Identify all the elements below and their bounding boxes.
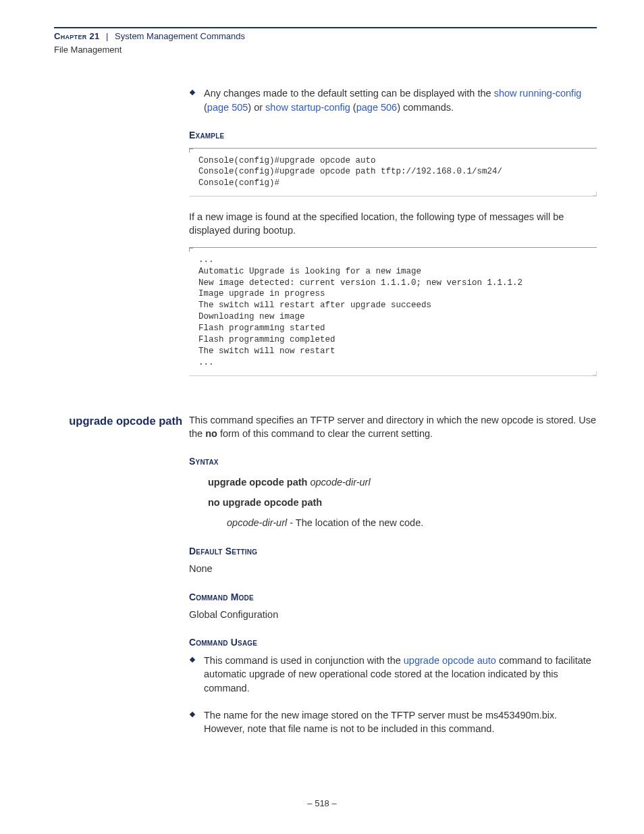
syntax-line-1: upgrade opcode path opcode-dir-url xyxy=(208,475,597,489)
diamond-bullet-icon xyxy=(189,89,196,96)
command-mode-heading: Command Mode xyxy=(189,591,597,604)
svg-rect-0 xyxy=(190,90,195,95)
syntax-description: opcode-dir-url - The location of the new… xyxy=(227,516,597,529)
page-header: Chapter 21 | System Management Commands xyxy=(54,30,597,43)
bullet-text: Any changes made to the default setting … xyxy=(204,86,597,114)
example-code-block: Console(config)#upgrade opcode auto Cons… xyxy=(189,148,597,197)
text-italic: opcode-dir-url xyxy=(310,477,370,488)
bootup-code-block: ... Automatic Upgrade is looking for a n… xyxy=(189,247,597,376)
chapter-label: Chapter 21 xyxy=(54,31,99,41)
text: Any changes made to the default setting … xyxy=(204,88,494,99)
text-bold: upgrade opcode path xyxy=(208,477,310,488)
text: ( xyxy=(350,102,356,113)
syntax-line-2: no upgrade opcode path xyxy=(208,496,597,509)
link-upgrade-opcode-auto[interactable]: upgrade opcode auto xyxy=(404,655,496,666)
diamond-bullet-icon xyxy=(189,711,196,718)
text-italic: opcode-dir-url xyxy=(227,517,287,528)
header-subtitle: File Management xyxy=(54,44,597,56)
command-mode-body: Global Configuration xyxy=(189,608,597,621)
syntax-heading: Syntax xyxy=(189,455,597,469)
default-setting-heading: Default Setting xyxy=(189,545,597,558)
bootup-paragraph: If a new image is found at the specified… xyxy=(189,210,597,238)
command-description: This command specifies an TFTP server an… xyxy=(189,413,597,441)
default-setting-body: None xyxy=(189,562,597,575)
link-show-startup-config[interactable]: show startup-config xyxy=(265,102,350,113)
example-heading: Example xyxy=(189,129,597,142)
bullet-text: This command is used in conjunction with… xyxy=(204,654,597,695)
bullet-text: The name for the new image stored on the… xyxy=(204,708,597,736)
bullet-item: Any changes made to the default setting … xyxy=(189,86,597,114)
text: form of this command to clear the curren… xyxy=(217,428,433,439)
link-page-505[interactable]: page 505 xyxy=(207,102,248,113)
link-page-506[interactable]: page 506 xyxy=(356,102,397,113)
text: ) or xyxy=(248,102,265,113)
page-number: – 518 – xyxy=(0,798,644,810)
text: - The location of the new code. xyxy=(287,517,423,528)
command-title: upgrade opcode path xyxy=(54,413,189,429)
usage-bullet-1: This command is used in conjunction with… xyxy=(189,654,597,695)
text: ) commands. xyxy=(397,102,454,113)
usage-bullet-2: The name for the new image stored on the… xyxy=(189,708,597,736)
section-title: System Management Commands xyxy=(115,31,245,41)
text: This command is used in conjunction with… xyxy=(204,655,404,666)
svg-rect-1 xyxy=(190,657,195,662)
command-usage-heading: Command Usage xyxy=(189,636,597,650)
header-divider: | xyxy=(102,31,112,41)
link-show-running-config[interactable]: show running-config xyxy=(494,88,582,99)
diamond-bullet-icon xyxy=(189,656,196,663)
svg-rect-2 xyxy=(190,712,195,717)
text-bold: no xyxy=(205,428,217,439)
